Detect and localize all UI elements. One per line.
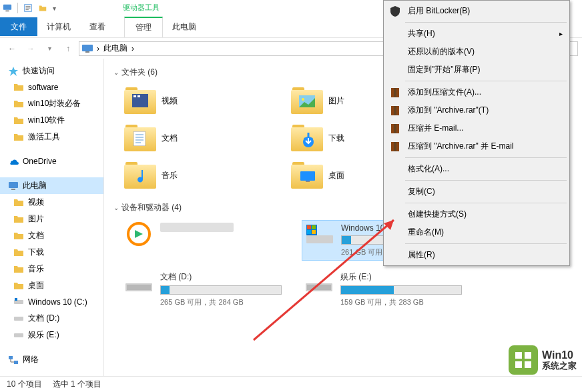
cloud-icon bbox=[8, 156, 19, 167]
sidebar-folder[interactable]: software bbox=[0, 79, 103, 95]
manage-tab[interactable]: 管理 bbox=[124, 17, 163, 37]
status-bar: 10 个项目 选中 1 个项目 bbox=[0, 376, 582, 392]
document-icon bbox=[133, 131, 146, 146]
tencent-icon bbox=[125, 221, 152, 247]
folder-videos[interactable]: 视频 bbox=[121, 85, 268, 117]
sidebar-folder[interactable]: win10软件 bbox=[0, 112, 103, 129]
view-tab[interactable]: 查看 bbox=[80, 17, 115, 36]
file-tab[interactable]: 文件 bbox=[0, 17, 37, 36]
svg-rect-0 bbox=[3, 5, 11, 10]
watermark-line2: 系统之家 bbox=[542, 361, 577, 371]
windows-drive-icon bbox=[305, 223, 334, 246]
menu-properties[interactable]: 属性(R) bbox=[385, 246, 568, 264]
svg-rect-36 bbox=[394, 106, 396, 115]
navigation-pane: 快速访问 software win10封装必备 win10软件 激活工具 One… bbox=[0, 59, 104, 376]
svg-rect-10 bbox=[14, 333, 23, 337]
sidebar-folder[interactable]: win10封装必备 bbox=[0, 95, 103, 112]
svg-rect-46 bbox=[525, 361, 531, 368]
drive-usage-text: 265 GB 可用，共 284 GB bbox=[160, 297, 282, 307]
network-node[interactable]: 网络 bbox=[0, 351, 103, 368]
folder-documents[interactable]: 文档 bbox=[121, 122, 268, 154]
svg-rect-43 bbox=[515, 352, 522, 359]
svg-rect-30 bbox=[127, 285, 151, 290]
up-button[interactable]: ↑ bbox=[60, 41, 76, 57]
sidebar-drive-c[interactable]: Windows 10 (C:) bbox=[0, 294, 103, 310]
svg-rect-23 bbox=[306, 235, 333, 243]
menu-email[interactable]: 压缩并 E-mail... bbox=[385, 119, 568, 137]
menu-add-archive[interactable]: 添加到压缩文件(A)... bbox=[385, 83, 568, 101]
svg-rect-34 bbox=[394, 88, 396, 97]
qat-dropdown[interactable]: ▾ bbox=[53, 5, 56, 12]
svg-rect-20 bbox=[300, 171, 315, 181]
menu-copy[interactable]: 复制(C) bbox=[385, 183, 568, 201]
context-menu: 启用 BitLocker(B) 共享(H)▸ 还原以前的版本(V) 固定到"开始… bbox=[383, 0, 570, 266]
forward-button[interactable]: → bbox=[23, 41, 39, 57]
watermark-icon bbox=[509, 345, 538, 375]
drive-usage-bar bbox=[340, 285, 462, 295]
drive-icon bbox=[13, 297, 24, 307]
menu-bitlocker[interactable]: 启用 BitLocker(B) bbox=[385, 2, 568, 20]
sidebar-downloads[interactable]: 下载 bbox=[0, 244, 103, 261]
sidebar-desktop[interactable]: 桌面 bbox=[0, 277, 103, 294]
menu-format[interactable]: 格式化(A)... bbox=[385, 160, 568, 178]
sidebar-folder[interactable]: 激活工具 bbox=[0, 129, 103, 145]
folder-icon bbox=[13, 197, 24, 208]
chevron-down-icon: ⌄ bbox=[113, 69, 119, 76]
archive-icon bbox=[389, 87, 401, 99]
breadcrumb-sep: › bbox=[97, 44, 99, 53]
folder-icon bbox=[13, 231, 24, 241]
properties-icon[interactable] bbox=[23, 3, 33, 13]
computer-tab[interactable]: 计算机 bbox=[37, 17, 80, 36]
svg-rect-28 bbox=[312, 230, 316, 234]
drive-usage-bar bbox=[160, 285, 282, 295]
svg-rect-25 bbox=[307, 225, 311, 229]
video-icon bbox=[132, 94, 148, 107]
sidebar-music[interactable]: 音乐 bbox=[0, 261, 103, 277]
drive-label: 娱乐 (E:) bbox=[340, 271, 462, 283]
watermark: Win10 系统之家 bbox=[509, 345, 577, 375]
quick-access-node[interactable]: 快速访问 bbox=[0, 63, 103, 79]
recent-dropdown[interactable]: ▾ bbox=[41, 41, 57, 57]
menu-share[interactable]: 共享(H)▸ bbox=[385, 25, 568, 43]
sidebar-videos[interactable]: 视频 bbox=[0, 194, 103, 211]
sidebar-drive-e[interactable]: 娱乐 (E:) bbox=[0, 327, 103, 343]
back-button[interactable]: ← bbox=[4, 41, 20, 57]
drive-e[interactable]: 娱乐 (E:) 159 GB 可用，共 283 GB bbox=[302, 269, 465, 310]
archive-icon bbox=[389, 105, 401, 117]
svg-rect-16 bbox=[133, 131, 146, 146]
new-folder-icon[interactable] bbox=[38, 3, 47, 13]
sidebar-documents[interactable]: 文档 bbox=[0, 227, 103, 244]
drive-tencent[interactable] bbox=[121, 220, 284, 261]
svg-rect-4 bbox=[85, 51, 89, 53]
menu-add-rar[interactable]: 添加到 "Archive.rar"(T) bbox=[385, 101, 568, 119]
menu-shortcut[interactable]: 创建快捷方式(S) bbox=[385, 205, 568, 223]
picture-icon bbox=[299, 95, 315, 107]
folder-icon bbox=[13, 99, 24, 109]
svg-rect-1 bbox=[5, 11, 9, 12]
drive-d[interactable]: 文档 (D:) 265 GB 可用，共 284 GB bbox=[121, 269, 284, 310]
separator bbox=[17, 3, 18, 13]
folder-icon bbox=[13, 264, 24, 275]
svg-rect-45 bbox=[515, 361, 522, 368]
download-icon bbox=[302, 133, 315, 147]
menu-restore[interactable]: 还原以前的版本(V) bbox=[385, 43, 568, 61]
menu-pin-start[interactable]: 固定到"开始"屏幕(P) bbox=[385, 61, 568, 79]
this-pc-label: 此电脑 bbox=[163, 17, 206, 36]
menu-rename[interactable]: 重命名(M) bbox=[385, 223, 568, 241]
menu-email-rar[interactable]: 压缩到 "Archive.rar" 并 E-mail bbox=[385, 137, 568, 155]
pc-icon bbox=[82, 45, 93, 53]
svg-rect-15 bbox=[137, 95, 140, 97]
sidebar-pictures[interactable]: 图片 bbox=[0, 211, 103, 227]
pc-icon bbox=[3, 3, 12, 13]
onedrive-node[interactable]: OneDrive bbox=[0, 153, 103, 169]
svg-rect-38 bbox=[394, 124, 396, 133]
drive-icon bbox=[13, 313, 24, 324]
network-icon bbox=[8, 355, 19, 365]
breadcrumb-location[interactable]: 此电脑 bbox=[103, 43, 127, 54]
this-pc-node[interactable]: 此电脑 bbox=[0, 177, 103, 194]
archive-icon bbox=[389, 123, 401, 135]
folder-music[interactable]: 音乐 bbox=[121, 159, 268, 191]
sidebar-drive-d[interactable]: 文档 (D:) bbox=[0, 310, 103, 327]
svg-rect-32 bbox=[307, 285, 331, 290]
svg-rect-3 bbox=[82, 45, 93, 51]
